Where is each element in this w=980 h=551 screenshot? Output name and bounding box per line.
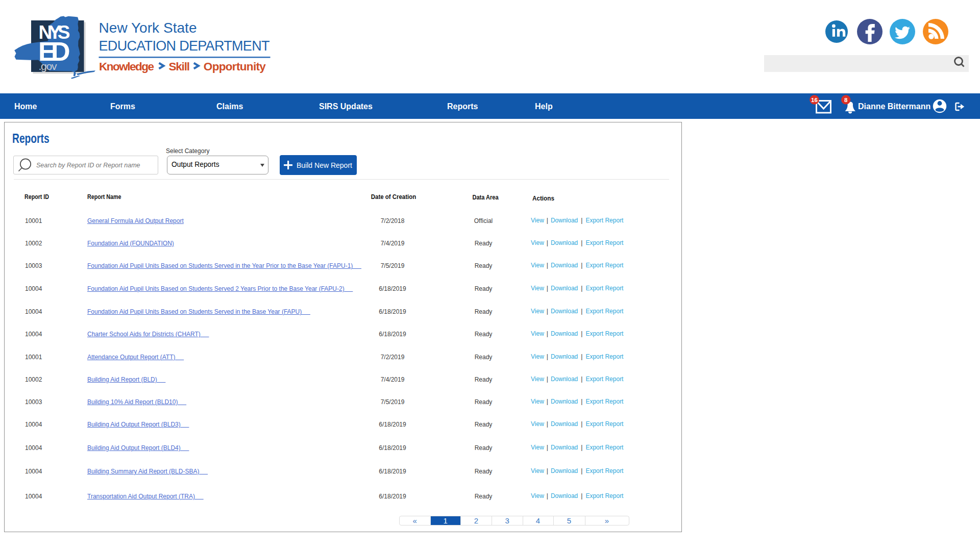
- svg-text:EDUCATION DEPARTMENT: EDUCATION DEPARTMENT: [99, 38, 270, 54]
- svg-text:Knowledge: Knowledge: [99, 60, 154, 73]
- svg-text:.gov: .gov: [39, 60, 58, 72]
- svg-text:Skill: Skill: [169, 60, 190, 73]
- svg-text:New York State: New York State: [99, 20, 197, 36]
- svg-text:Opportunity: Opportunity: [204, 60, 266, 73]
- svg-text:8: 8: [844, 97, 848, 103]
- svg-text:16: 16: [811, 97, 818, 103]
